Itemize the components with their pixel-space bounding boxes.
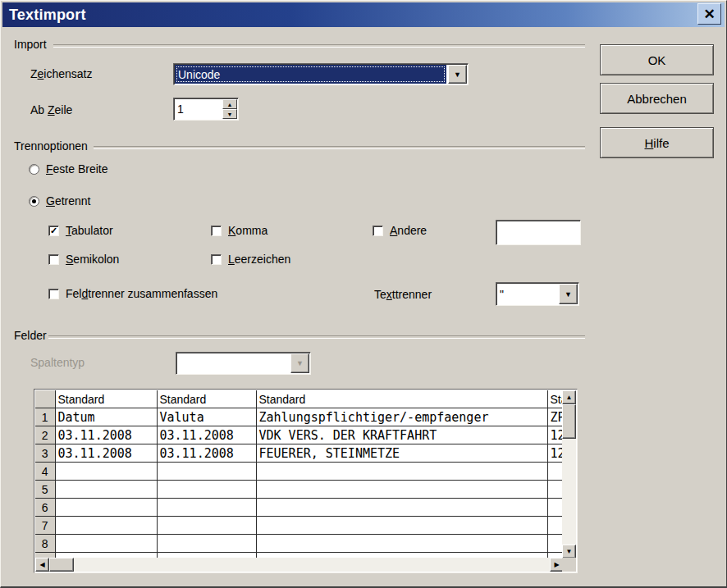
textimport-dialog: Textimport ✕ Import Zeichensatz Unicode … [0, 0, 727, 588]
row-number: 8 [35, 535, 55, 553]
column-header[interactable]: Standard [157, 390, 256, 408]
texttrenner-combobox[interactable]: " ▼ [496, 282, 579, 306]
table-row: 7 [35, 517, 564, 535]
table-cell[interactable]: Valuta [157, 408, 256, 426]
table-cell[interactable]: 03.11.2008 [55, 426, 157, 444]
help-button[interactable]: Hilfe [600, 127, 714, 158]
getrennt-label: Getrennt [46, 194, 90, 207]
table-cell[interactable] [547, 517, 564, 535]
table-cell[interactable] [547, 499, 564, 517]
row-number: 7 [35, 517, 55, 535]
scroll-left-button[interactable]: ◀ [35, 558, 49, 572]
column-header[interactable]: Standard [256, 390, 547, 408]
andere-input[interactable] [496, 220, 581, 245]
ok-button-label: OK [648, 53, 666, 67]
column-header[interactable]: Standard [547, 390, 564, 408]
checkbox-tabulator[interactable]: ✓ Tabulator [48, 224, 113, 237]
table-cell[interactable] [547, 535, 564, 553]
checkbox-andere[interactable]: Andere [373, 224, 427, 237]
table-cell[interactable] [55, 517, 157, 535]
chevron-down-icon: ▼ [296, 359, 304, 367]
table-cell[interactable]: 03.11.2008 [157, 444, 256, 463]
import-group-line [53, 44, 585, 48]
vertical-scrollbar[interactable]: ▲ ▼ [562, 390, 576, 558]
felder-group-line [48, 335, 585, 339]
texttrenner-dropdown-button[interactable]: ▼ [559, 284, 578, 304]
table-cell[interactable] [55, 535, 157, 553]
checkbox-komma[interactable]: Komma [211, 224, 267, 237]
horizontal-scroll-thumb[interactable] [49, 558, 74, 572]
arrow-right-icon: ▶ [554, 561, 559, 568]
close-button[interactable]: ✕ [697, 3, 721, 25]
corner-cell [35, 390, 55, 408]
spaltentyp-dropdown-button: ▼ [290, 353, 309, 373]
row-number: 3 [35, 444, 55, 463]
title-bar[interactable]: Textimport [2, 2, 725, 27]
table-cell[interactable] [547, 463, 564, 481]
checkbox-icon [211, 226, 222, 236]
cancel-button[interactable]: Abbrechen [600, 83, 714, 114]
vertical-scroll-thumb[interactable] [562, 404, 576, 439]
table-cell[interactable] [55, 499, 157, 517]
table-row: 8 [35, 535, 564, 553]
zeichensatz-value[interactable]: Unicode [175, 65, 446, 84]
trennoptionen-group-label: Trennoptionen [12, 139, 89, 153]
table-cell[interactable] [256, 517, 547, 535]
table-row: 4 [35, 463, 564, 481]
dialog-title: Textimport [2, 7, 86, 24]
table-cell[interactable] [55, 481, 157, 499]
table-cell[interactable] [55, 463, 157, 481]
row-number: 2 [35, 426, 55, 444]
zeichensatz-dropdown-button[interactable]: ▼ [448, 65, 467, 84]
spaltentyp-combobox-disabled: ▼ [176, 352, 311, 375]
ok-button[interactable]: OK [600, 44, 714, 75]
table-cell[interactable]: 12 [547, 444, 564, 463]
checkbox-icon [48, 289, 59, 299]
feste-breite-label: Feste Breite [46, 162, 108, 175]
table-row: 6 [35, 499, 564, 517]
spin-up-button[interactable]: ▲ [222, 99, 237, 109]
radio-selected-icon [29, 196, 39, 207]
table-cell[interactable]: FEUERER, STEINMETZE [256, 444, 547, 463]
ab-zeile-value[interactable]: 1 [174, 98, 222, 120]
table-cell[interactable] [256, 463, 547, 481]
checkbox-icon [211, 254, 222, 265]
table-cell[interactable] [256, 481, 547, 499]
radio-getrennt[interactable]: Getrennt [29, 194, 90, 207]
table-cell[interactable]: Zahlungspflichtiger/-empfaenger [256, 408, 547, 426]
texttrenner-label: Texttrenner [374, 288, 432, 301]
table-cell[interactable]: Datum [55, 408, 157, 426]
table-cell[interactable]: 12 [547, 426, 564, 444]
horizontal-scrollbar[interactable]: ◀ ▶ [35, 558, 564, 572]
table-cell[interactable]: VDK VERS. DER KRAFTFAHRT [256, 426, 547, 444]
checkbox-feldtrenner-zusammenfassen[interactable]: Feldtrenner zusammenfassen [48, 287, 217, 300]
table-cell[interactable] [157, 535, 256, 553]
scroll-down-button[interactable]: ▼ [562, 545, 576, 558]
table-cell[interactable] [547, 481, 564, 499]
checkbox-checked-icon: ✓ [48, 226, 59, 236]
ab-zeile-spinner[interactable]: 1 ▲ ▼ [173, 98, 239, 121]
column-header[interactable]: Standard [55, 390, 157, 408]
table-cell[interactable] [256, 499, 547, 517]
close-icon: ✕ [703, 6, 715, 23]
table-cell[interactable] [157, 499, 256, 517]
chevron-down-icon: ▼ [454, 71, 461, 79]
table-cell[interactable]: 03.11.2008 [157, 426, 256, 444]
table-cell[interactable] [157, 463, 256, 481]
table-row: 303.11.200803.11.2008FEUERER, STEINMETZE… [35, 444, 564, 463]
table-cell[interactable] [256, 535, 547, 553]
checkbox-leerzeichen[interactable]: Leerzeichen [211, 253, 290, 266]
radio-feste-breite[interactable]: Feste Breite [29, 162, 108, 175]
checkbox-semikolon[interactable]: Semikolon [48, 253, 119, 266]
spin-down-button[interactable]: ▼ [222, 109, 237, 119]
scroll-up-button[interactable]: ▲ [562, 390, 576, 404]
zeichensatz-combobox[interactable]: Unicode ▼ [173, 63, 469, 85]
table-cell[interactable]: 03.11.2008 [55, 444, 157, 463]
radio-icon [29, 164, 39, 175]
arrow-down-icon: ▼ [227, 112, 233, 117]
texttrenner-value[interactable]: " [496, 283, 558, 305]
table-cell[interactable] [157, 517, 256, 535]
checkbox-icon [48, 254, 59, 265]
table-cell[interactable]: ZP [547, 408, 564, 426]
table-cell[interactable] [157, 481, 256, 499]
